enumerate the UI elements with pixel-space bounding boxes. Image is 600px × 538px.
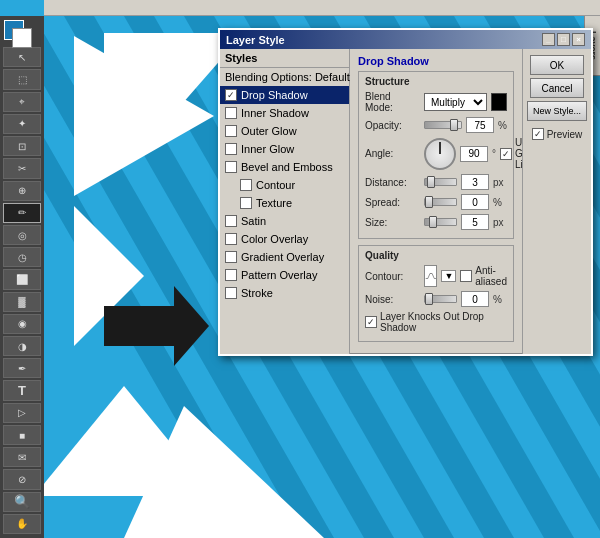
dialog-buttons-panel: OK Cancel New Style... Preview bbox=[522, 49, 591, 354]
outer-glow-label: Outer Glow bbox=[241, 125, 297, 137]
size-handle[interactable] bbox=[429, 216, 437, 228]
preview-checkbox[interactable] bbox=[532, 128, 544, 140]
inner-glow-checkbox[interactable] bbox=[225, 143, 237, 155]
distance-handle[interactable] bbox=[427, 176, 435, 188]
settings-panel: Drop Shadow Structure Blend Mode: Multip… bbox=[350, 49, 522, 354]
fill-tool[interactable]: ▓ bbox=[3, 292, 41, 312]
satin-item[interactable]: Satin bbox=[220, 212, 349, 230]
magic-wand-tool[interactable]: ✦ bbox=[3, 114, 41, 134]
bevel-emboss-checkbox[interactable] bbox=[225, 161, 237, 173]
gradient-overlay-item[interactable]: Gradient Overlay bbox=[220, 248, 349, 266]
outer-glow-checkbox[interactable] bbox=[225, 125, 237, 137]
clone-tool[interactable]: ◎ bbox=[3, 225, 41, 245]
pen-tool[interactable]: ✒ bbox=[3, 358, 41, 378]
ok-button[interactable]: OK bbox=[530, 55, 584, 75]
minimize-button[interactable]: _ bbox=[542, 33, 555, 46]
contour-thumbnail[interactable] bbox=[424, 265, 437, 287]
anti-aliased-checkbox[interactable] bbox=[460, 270, 472, 282]
outer-glow-item[interactable]: Outer Glow bbox=[220, 122, 349, 140]
path-tool[interactable]: ▷ bbox=[3, 403, 41, 423]
spread-handle[interactable] bbox=[425, 196, 433, 208]
dialog-titlebar[interactable]: Layer Style _ □ × bbox=[220, 30, 591, 49]
noise-handle[interactable] bbox=[425, 293, 433, 305]
pattern-overlay-checkbox[interactable] bbox=[225, 269, 237, 281]
distance-input[interactable] bbox=[461, 174, 489, 190]
lasso-tool[interactable]: ⌖ bbox=[3, 92, 41, 112]
inner-glow-label: Inner Glow bbox=[241, 143, 294, 155]
slice-tool[interactable]: ✂ bbox=[3, 158, 41, 178]
anti-aliased-container[interactable]: Anti-aliased bbox=[460, 265, 507, 287]
opacity-slider[interactable] bbox=[424, 121, 462, 129]
new-style-button[interactable]: New Style... bbox=[527, 101, 587, 121]
texture-item[interactable]: Texture bbox=[220, 194, 349, 212]
inner-glow-item[interactable]: Inner Glow bbox=[220, 140, 349, 158]
satin-checkbox[interactable] bbox=[225, 215, 237, 227]
dialog-title: Layer Style bbox=[226, 34, 285, 46]
use-global-light-container[interactable]: Use Global Light bbox=[500, 137, 522, 170]
opacity-input[interactable]: 75 bbox=[466, 117, 494, 133]
texture-checkbox[interactable] bbox=[240, 197, 252, 209]
contour-row-label: Contour: bbox=[365, 271, 420, 282]
angle-input[interactable] bbox=[460, 146, 488, 162]
ruler-top-inner bbox=[44, 0, 600, 15]
stroke-item[interactable]: Stroke bbox=[220, 284, 349, 302]
marquee-tool[interactable]: ⬚ bbox=[3, 69, 41, 89]
contour-checkbox[interactable] bbox=[240, 179, 252, 191]
stroke-checkbox[interactable] bbox=[225, 287, 237, 299]
move-tool[interactable]: ↖ bbox=[3, 47, 41, 67]
cancel-button[interactable]: Cancel bbox=[530, 78, 584, 98]
preview-row: Preview bbox=[532, 128, 583, 140]
contour-item[interactable]: Contour bbox=[220, 176, 349, 194]
shadow-color-swatch[interactable] bbox=[491, 93, 507, 111]
inner-shadow-item[interactable]: Inner Shadow bbox=[220, 104, 349, 122]
size-input[interactable] bbox=[461, 214, 489, 230]
color-overlay-item[interactable]: Color Overlay bbox=[220, 230, 349, 248]
blending-options-item[interactable]: Blending Options: Default bbox=[220, 68, 349, 86]
close-button[interactable]: × bbox=[572, 33, 585, 46]
noise-row: Noise: % bbox=[365, 291, 507, 307]
spread-slider[interactable] bbox=[424, 198, 457, 206]
eraser-tool[interactable]: ⬜ bbox=[3, 269, 41, 289]
blur-tool[interactable]: ◉ bbox=[3, 314, 41, 334]
size-slider[interactable] bbox=[424, 218, 457, 226]
titlebar-buttons[interactable]: _ □ × bbox=[542, 33, 585, 46]
dodge-tool[interactable]: ◑ bbox=[3, 336, 41, 356]
bevel-emboss-item[interactable]: Bevel and Emboss bbox=[220, 158, 349, 176]
eyedropper-tool[interactable]: ⊘ bbox=[3, 469, 41, 489]
blend-mode-select[interactable]: Multiply Normal Screen Overlay bbox=[424, 93, 487, 111]
opacity-label: Opacity: bbox=[365, 120, 420, 131]
brush-tool[interactable]: ✏ bbox=[3, 203, 41, 223]
contour-dropdown-btn[interactable]: ▼ bbox=[441, 270, 456, 282]
gradient-overlay-checkbox[interactable] bbox=[225, 251, 237, 263]
notes-tool[interactable]: ✉ bbox=[3, 447, 41, 467]
drop-shadow-checkbox[interactable] bbox=[225, 89, 237, 101]
stroke-label: Stroke bbox=[241, 287, 273, 299]
opacity-handle[interactable] bbox=[450, 119, 458, 131]
layer-knocks-container[interactable]: Layer Knocks Out Drop Shadow bbox=[365, 311, 507, 333]
inner-shadow-checkbox[interactable] bbox=[225, 107, 237, 119]
color-overlay-checkbox[interactable] bbox=[225, 233, 237, 245]
type-tool[interactable]: T bbox=[3, 380, 41, 400]
color-swatches[interactable] bbox=[4, 20, 40, 43]
use-global-light-checkbox[interactable] bbox=[500, 148, 512, 160]
crop-tool[interactable]: ⊡ bbox=[3, 136, 41, 156]
anti-aliased-label: Anti-aliased bbox=[475, 265, 507, 287]
hand-tool[interactable]: ✋ bbox=[3, 514, 41, 534]
heal-tool[interactable]: ⊕ bbox=[3, 181, 41, 201]
zoom-tool[interactable]: 🔍 bbox=[3, 492, 41, 512]
contour-label: Contour bbox=[256, 179, 295, 191]
spread-input[interactable] bbox=[461, 194, 489, 210]
pattern-overlay-item[interactable]: Pattern Overlay bbox=[220, 266, 349, 284]
noise-input[interactable] bbox=[461, 291, 489, 307]
shape-tool[interactable]: ■ bbox=[3, 425, 41, 445]
distance-slider[interactable] bbox=[424, 178, 457, 186]
history-tool[interactable]: ◷ bbox=[3, 247, 41, 267]
drop-shadow-item[interactable]: Drop Shadow bbox=[220, 86, 349, 104]
maximize-button[interactable]: □ bbox=[557, 33, 570, 46]
noise-slider[interactable] bbox=[424, 295, 457, 303]
angle-dial[interactable] bbox=[424, 138, 456, 170]
drop-shadow-label: Drop Shadow bbox=[241, 89, 308, 101]
layer-knocks-checkbox[interactable] bbox=[365, 316, 377, 328]
dialog-content: Styles Blending Options: Default Drop Sh… bbox=[220, 49, 591, 354]
preview-container[interactable]: Preview bbox=[532, 128, 583, 140]
